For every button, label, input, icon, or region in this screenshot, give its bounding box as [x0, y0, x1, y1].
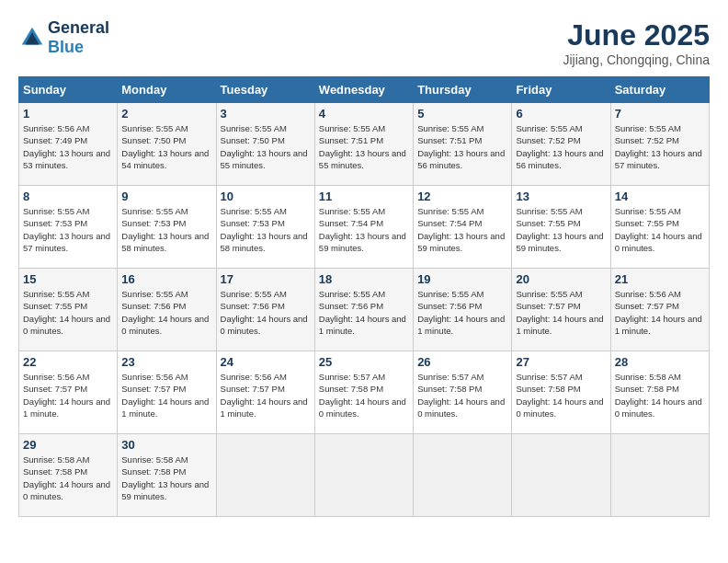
day-number: 11 [319, 190, 409, 203]
calendar-cell [314, 434, 413, 517]
day-info: Sunrise: 5:55 AM Sunset: 7:56 PM Dayligh… [221, 288, 311, 337]
calendar-cell: 19 Sunrise: 5:55 AM Sunset: 7:56 PM Dayl… [414, 269, 512, 351]
day-number: 25 [319, 355, 409, 369]
calendar-cell: 22 Sunrise: 5:56 AM Sunset: 7:57 PM Dayl… [19, 351, 118, 434]
day-info: Sunrise: 5:58 AM Sunset: 7:58 PM Dayligh… [23, 454, 113, 502]
header-monday: Monday [118, 77, 216, 103]
calendar-cell: 11 Sunrise: 5:55 AM Sunset: 7:54 PM Dayl… [314, 186, 413, 269]
day-number: 16 [121, 272, 211, 286]
day-number: 6 [516, 107, 606, 121]
day-number: 1 [23, 107, 113, 121]
day-number: 2 [121, 107, 211, 121]
month-title: June 2025 [563, 18, 710, 52]
logo-icon [18, 24, 46, 52]
day-info: Sunrise: 5:55 AM Sunset: 7:52 PM Dayligh… [516, 122, 606, 171]
day-number: 24 [221, 355, 311, 369]
day-info: Sunrise: 5:58 AM Sunset: 7:58 PM Dayligh… [615, 371, 705, 419]
calendar-cell: 20 Sunrise: 5:55 AM Sunset: 7:57 PM Dayl… [512, 269, 610, 351]
calendar-cell: 8 Sunrise: 5:55 AM Sunset: 7:53 PM Dayli… [19, 186, 118, 269]
calendar-cell: 9 Sunrise: 5:55 AM Sunset: 7:53 PM Dayli… [118, 186, 216, 269]
day-info: Sunrise: 5:57 AM Sunset: 7:58 PM Dayligh… [319, 371, 409, 419]
day-number: 18 [319, 272, 409, 286]
calendar-cell: 7 Sunrise: 5:55 AM Sunset: 7:52 PM Dayli… [610, 103, 709, 186]
day-number: 14 [615, 190, 705, 203]
calendar-table: Sunday Monday Tuesday Wednesday Thursday… [18, 76, 710, 517]
logo-general-text: General [48, 18, 109, 37]
calendar-week-row: 8 Sunrise: 5:55 AM Sunset: 7:53 PM Dayli… [19, 186, 710, 269]
weekday-header-row: Sunday Monday Tuesday Wednesday Thursday… [19, 77, 710, 103]
calendar-cell: 24 Sunrise: 5:56 AM Sunset: 7:57 PM Dayl… [216, 351, 314, 434]
day-info: Sunrise: 5:55 AM Sunset: 7:56 PM Dayligh… [121, 288, 211, 337]
day-info: Sunrise: 5:55 AM Sunset: 7:55 PM Dayligh… [23, 288, 113, 337]
day-number: 8 [23, 190, 113, 203]
calendar-cell: 5 Sunrise: 5:55 AM Sunset: 7:51 PM Dayli… [414, 103, 512, 186]
header-tuesday: Tuesday [216, 77, 314, 103]
calendar-week-row: 15 Sunrise: 5:55 AM Sunset: 7:55 PM Dayl… [19, 269, 710, 351]
calendar-cell: 10 Sunrise: 5:55 AM Sunset: 7:53 PM Dayl… [216, 186, 314, 269]
day-info: Sunrise: 5:56 AM Sunset: 7:57 PM Dayligh… [23, 371, 113, 419]
calendar-cell [512, 434, 610, 517]
day-info: Sunrise: 5:56 AM Sunset: 7:57 PM Dayligh… [615, 288, 705, 337]
day-info: Sunrise: 5:55 AM Sunset: 7:57 PM Dayligh… [516, 288, 606, 337]
day-info: Sunrise: 5:57 AM Sunset: 7:58 PM Dayligh… [516, 371, 606, 419]
logo: General Blue [18, 18, 109, 57]
day-info: Sunrise: 5:55 AM Sunset: 7:53 PM Dayligh… [23, 205, 113, 254]
calendar-cell: 27 Sunrise: 5:57 AM Sunset: 7:58 PM Dayl… [512, 351, 610, 434]
calendar-cell: 13 Sunrise: 5:55 AM Sunset: 7:55 PM Dayl… [512, 186, 610, 269]
calendar-cell: 3 Sunrise: 5:55 AM Sunset: 7:50 PM Dayli… [216, 103, 314, 186]
location-title: Jijiang, Chongqing, China [563, 52, 710, 67]
calendar-cell: 2 Sunrise: 5:55 AM Sunset: 7:50 PM Dayli… [118, 103, 216, 186]
calendar-cell: 16 Sunrise: 5:55 AM Sunset: 7:56 PM Dayl… [118, 269, 216, 351]
calendar-cell: 26 Sunrise: 5:57 AM Sunset: 7:58 PM Dayl… [414, 351, 512, 434]
header-wednesday: Wednesday [314, 77, 413, 103]
header-saturday: Saturday [610, 77, 709, 103]
calendar-week-row: 22 Sunrise: 5:56 AM Sunset: 7:57 PM Dayl… [19, 351, 710, 434]
calendar-cell: 15 Sunrise: 5:55 AM Sunset: 7:55 PM Dayl… [19, 269, 118, 351]
calendar-cell: 29 Sunrise: 5:58 AM Sunset: 7:58 PM Dayl… [19, 434, 118, 517]
day-number: 7 [615, 107, 705, 121]
calendar-cell: 17 Sunrise: 5:55 AM Sunset: 7:56 PM Dayl… [216, 269, 314, 351]
day-info: Sunrise: 5:56 AM Sunset: 7:57 PM Dayligh… [221, 371, 311, 419]
calendar-week-row: 29 Sunrise: 5:58 AM Sunset: 7:58 PM Dayl… [19, 434, 710, 517]
calendar-cell [216, 434, 314, 517]
calendar-week-row: 1 Sunrise: 5:56 AM Sunset: 7:49 PM Dayli… [19, 103, 710, 186]
title-area: June 2025 Jijiang, Chongqing, China [563, 18, 710, 67]
calendar-cell: 4 Sunrise: 5:55 AM Sunset: 7:51 PM Dayli… [314, 103, 413, 186]
day-number: 21 [615, 272, 705, 286]
day-number: 13 [516, 190, 606, 203]
day-info: Sunrise: 5:55 AM Sunset: 7:54 PM Dayligh… [417, 205, 507, 254]
day-info: Sunrise: 5:55 AM Sunset: 7:56 PM Dayligh… [417, 288, 507, 337]
day-info: Sunrise: 5:55 AM Sunset: 7:52 PM Dayligh… [615, 122, 705, 171]
calendar-cell: 30 Sunrise: 5:58 AM Sunset: 7:58 PM Dayl… [118, 434, 216, 517]
calendar-cell: 14 Sunrise: 5:55 AM Sunset: 7:55 PM Dayl… [610, 186, 709, 269]
day-info: Sunrise: 5:55 AM Sunset: 7:53 PM Dayligh… [121, 205, 211, 254]
day-number: 20 [516, 272, 606, 286]
day-number: 5 [417, 107, 507, 121]
day-info: Sunrise: 5:55 AM Sunset: 7:56 PM Dayligh… [319, 288, 409, 337]
calendar-cell: 25 Sunrise: 5:57 AM Sunset: 7:58 PM Dayl… [314, 351, 413, 434]
calendar-cell: 23 Sunrise: 5:56 AM Sunset: 7:57 PM Dayl… [118, 351, 216, 434]
calendar-cell: 18 Sunrise: 5:55 AM Sunset: 7:56 PM Dayl… [314, 269, 413, 351]
calendar-cell [610, 434, 709, 517]
day-number: 23 [121, 355, 211, 369]
calendar-cell: 21 Sunrise: 5:56 AM Sunset: 7:57 PM Dayl… [610, 269, 709, 351]
day-info: Sunrise: 5:55 AM Sunset: 7:51 PM Dayligh… [417, 122, 507, 171]
day-number: 4 [319, 107, 409, 121]
day-number: 15 [23, 272, 113, 286]
calendar-body: 1 Sunrise: 5:56 AM Sunset: 7:49 PM Dayli… [19, 103, 710, 517]
day-number: 26 [417, 355, 507, 369]
day-number: 27 [516, 355, 606, 369]
page-header: General Blue June 2025 Jijiang, Chongqin… [18, 18, 710, 67]
day-number: 17 [221, 272, 311, 286]
day-info: Sunrise: 5:55 AM Sunset: 7:55 PM Dayligh… [516, 205, 606, 254]
day-info: Sunrise: 5:55 AM Sunset: 7:55 PM Dayligh… [615, 205, 705, 254]
day-number: 19 [417, 272, 507, 286]
day-info: Sunrise: 5:58 AM Sunset: 7:58 PM Dayligh… [121, 454, 211, 502]
day-number: 9 [121, 190, 211, 203]
day-info: Sunrise: 5:55 AM Sunset: 7:51 PM Dayligh… [319, 122, 409, 171]
day-info: Sunrise: 5:56 AM Sunset: 7:49 PM Dayligh… [23, 122, 113, 171]
header-sunday: Sunday [19, 77, 118, 103]
calendar-cell [414, 434, 512, 517]
calendar-header: Sunday Monday Tuesday Wednesday Thursday… [19, 77, 710, 103]
header-friday: Friday [512, 77, 610, 103]
